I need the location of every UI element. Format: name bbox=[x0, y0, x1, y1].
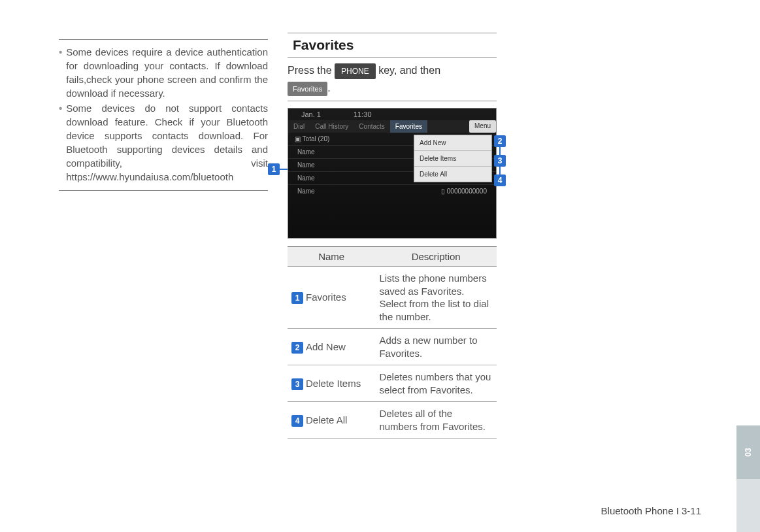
row-desc: Adds a new number to Favorites. bbox=[375, 329, 497, 365]
row-desc: Lists the phone numbers saved as Favorit… bbox=[375, 267, 497, 329]
dropdown-delete-items: Delete Items bbox=[414, 151, 491, 167]
row-badge: 2 bbox=[291, 342, 303, 354]
right-column: Favorites Press the PHONE key, and then … bbox=[288, 39, 497, 439]
row-name: Add New bbox=[306, 341, 346, 352]
dropdown-menu: Add New Delete Items Delete All bbox=[414, 135, 492, 182]
row-desc: Deletes all of the numbers from Favorite… bbox=[375, 402, 497, 439]
bullet-dot-icon: • bbox=[59, 45, 62, 100]
device-screenshot: Jan. 1 11:30 Dial Call History Contacts … bbox=[288, 108, 497, 239]
side-tab: 03 bbox=[736, 0, 760, 532]
row-name: Delete All bbox=[306, 414, 347, 425]
chapter-tab: 03 bbox=[736, 425, 760, 478]
row-badge: 4 bbox=[291, 415, 303, 427]
bullet-list: • Some devices require a device authenti… bbox=[59, 39, 268, 191]
status-bar: Jan. 1 11:30 bbox=[288, 108, 496, 120]
table-row: 2Add New Adds a new number to Favorites. bbox=[288, 329, 497, 365]
callout-badge-4: 4 bbox=[494, 175, 506, 186]
bullet-text: Some devices do not support contacts dow… bbox=[66, 101, 268, 184]
tab-call-history: Call History bbox=[310, 120, 354, 133]
tab-favorites: Favorites bbox=[390, 120, 427, 133]
callout-badge-2: 2 bbox=[494, 135, 506, 147]
callout-badge-1: 1 bbox=[268, 163, 280, 175]
favorites-key-icon: Favorites bbox=[288, 82, 327, 97]
table-row: 1Favorites Lists the phone numbers saved… bbox=[288, 267, 497, 329]
phone-key-icon: PHONE bbox=[335, 63, 376, 79]
callout-line bbox=[499, 147, 501, 155]
page-body: • Some devices require a device authenti… bbox=[0, 0, 760, 465]
instruction-text: . bbox=[327, 82, 330, 93]
bullet-dot-icon: • bbox=[59, 101, 62, 184]
dropdown-add-new: Add New bbox=[414, 135, 491, 151]
list-item: Name▯ 00000000000 bbox=[288, 184, 496, 197]
instruction-text: Press the bbox=[288, 65, 335, 76]
screenshot-wrapper: 1 Jan. 1 11:30 Dial Call History Contact… bbox=[288, 108, 497, 239]
row-name: Favorites bbox=[306, 291, 346, 303]
row-badge: 1 bbox=[291, 292, 303, 304]
left-column: • Some devices require a device authenti… bbox=[59, 39, 268, 439]
page-footer: Bluetooth Phone I 3-11 bbox=[601, 505, 701, 516]
status-time: 11:30 bbox=[354, 110, 372, 118]
tab-bar: Dial Call History Contacts Favorites Men… bbox=[288, 120, 496, 133]
row-desc: Deletes numbers that you select from Fav… bbox=[375, 365, 497, 402]
status-date: Jan. 1 bbox=[301, 110, 321, 118]
table-head-desc: Description bbox=[375, 247, 497, 267]
desc-table: Name Description 1Favorites Lists the ph… bbox=[288, 246, 497, 439]
bullet-text: Some devices require a device authentica… bbox=[66, 45, 268, 100]
section-title: Favorites bbox=[288, 33, 497, 58]
callout-line bbox=[280, 169, 288, 170]
tab-contacts: Contacts bbox=[354, 120, 389, 133]
dropdown-delete-all: Delete All bbox=[414, 167, 491, 182]
instruction-text: key, and then bbox=[378, 65, 440, 76]
table-row: 4Delete All Deletes all of the numbers f… bbox=[288, 402, 497, 439]
bullet-item: • Some devices do not support contacts d… bbox=[59, 101, 268, 184]
row-badge: 3 bbox=[291, 378, 303, 390]
tab-dial: Dial bbox=[288, 120, 310, 133]
callout-line bbox=[499, 167, 501, 175]
menu-button: Menu bbox=[469, 120, 496, 133]
callout-badge-3: 3 bbox=[494, 155, 506, 167]
table-head-name: Name bbox=[288, 247, 375, 267]
bullet-item: • Some devices require a device authenti… bbox=[59, 45, 268, 100]
table-row: 3Delete Items Deletes numbers that you s… bbox=[288, 365, 497, 402]
row-name: Delete Items bbox=[306, 378, 361, 389]
instruction-line: Press the PHONE key, and then Favorites. bbox=[288, 58, 497, 101]
